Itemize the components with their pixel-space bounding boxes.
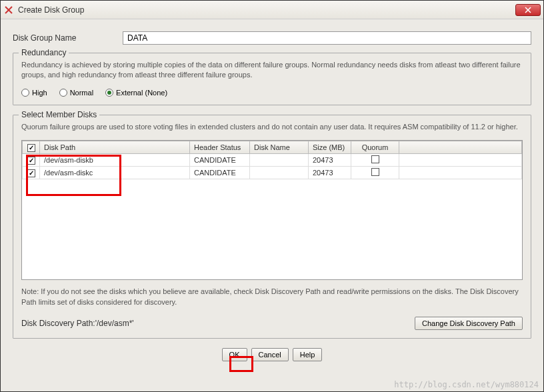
ok-button[interactable]: OK (222, 348, 247, 361)
col-header-status[interactable]: Header Status (190, 141, 250, 154)
cell-disk-name (250, 167, 309, 179)
change-discovery-path-button[interactable]: Change Disk Discovery Path (415, 317, 523, 330)
disks-table-wrap[interactable]: Disk Path Header Status Disk Name Size (… (21, 140, 523, 280)
disk-group-name-label: Disk Group Name (13, 33, 123, 43)
discovery-path-row: Disk Discovery Path:'/dev/asm*' Change D… (21, 317, 523, 330)
radio-icon (59, 89, 67, 97)
checkbox-icon (371, 168, 379, 176)
row-checkbox-cell[interactable] (23, 154, 40, 167)
titlebar: Create Disk Group (1, 1, 543, 19)
radio-icon (21, 89, 29, 97)
window: Create Disk Group Disk Group Name Redund… (0, 0, 544, 392)
cell-size-mb: 20473 (309, 167, 351, 179)
redundancy-option-high[interactable]: High (21, 89, 47, 97)
help-button[interactable]: Help (293, 348, 323, 361)
disks-table: Disk Path Header Status Disk Name Size (… (22, 141, 522, 179)
member-disks-fieldset: Select Member Disks Quorum failure group… (13, 115, 531, 339)
radio-icon (105, 89, 113, 97)
table-row[interactable]: /dev/asm-diskb CANDIDATE 20473 (23, 154, 522, 167)
content: Disk Group Name Redundancy Redundancy is… (1, 19, 543, 369)
cell-header-status: CANDIDATE (190, 154, 250, 167)
radio-label: High (32, 89, 47, 97)
cell-spacer (399, 154, 522, 167)
col-disk-path[interactable]: Disk Path (40, 141, 190, 154)
cell-disk-name (250, 154, 309, 167)
checkbox-icon (27, 157, 35, 165)
checkbox-icon (27, 144, 35, 152)
cell-size-mb: 20473 (309, 154, 351, 167)
checkbox-icon (27, 169, 35, 177)
cell-disk-path: /dev/asm-diskc (40, 167, 190, 179)
window-title: Create Disk Group (18, 5, 515, 15)
redundancy-legend: Redundancy (19, 48, 69, 57)
radio-label: External (None) (116, 89, 167, 97)
cell-header-status: CANDIDATE (190, 167, 250, 179)
cancel-button[interactable]: Cancel (251, 348, 289, 361)
watermark-text: http://blog.csdn.net/wym880124 (394, 380, 539, 389)
member-disks-legend: Select Member Disks (19, 110, 99, 119)
member-disks-note: Note: If you do not see the disks which … (21, 287, 523, 307)
redundancy-option-external[interactable]: External (None) (105, 89, 167, 97)
redundancy-option-normal[interactable]: Normal (59, 89, 93, 97)
select-all-header[interactable] (23, 141, 40, 154)
app-icon (3, 5, 14, 15)
col-disk-name[interactable]: Disk Name (250, 141, 309, 154)
redundancy-desc: Redundancy is achieved by storing multip… (21, 60, 523, 81)
table-header-row: Disk Path Header Status Disk Name Size (… (23, 141, 522, 154)
row-checkbox-cell[interactable] (23, 167, 40, 179)
col-spacer (399, 141, 522, 154)
redundancy-options: High Normal External (None) (21, 89, 523, 97)
cell-spacer (399, 167, 522, 179)
table-row[interactable]: /dev/asm-diskc CANDIDATE 20473 (23, 167, 522, 179)
member-disks-desc: Quorum failure groups are used to store … (21, 122, 523, 132)
cell-quorum[interactable] (351, 167, 399, 179)
col-quorum[interactable]: Quorum (351, 141, 399, 154)
dialog-buttons: OK Cancel Help (13, 348, 531, 361)
radio-label: Normal (70, 89, 93, 97)
cell-disk-path: /dev/asm-diskb (40, 154, 190, 167)
discovery-path-label: Disk Discovery Path:'/dev/asm*' (21, 319, 134, 328)
disk-group-name-row: Disk Group Name (13, 31, 531, 45)
checkbox-icon (371, 155, 379, 163)
window-close-button[interactable] (515, 4, 541, 16)
redundancy-fieldset: Redundancy Redundancy is achieved by sto… (13, 53, 531, 105)
disk-group-name-input[interactable] (123, 31, 531, 45)
col-size-mb[interactable]: Size (MB) (309, 141, 351, 154)
cell-quorum[interactable] (351, 154, 399, 167)
